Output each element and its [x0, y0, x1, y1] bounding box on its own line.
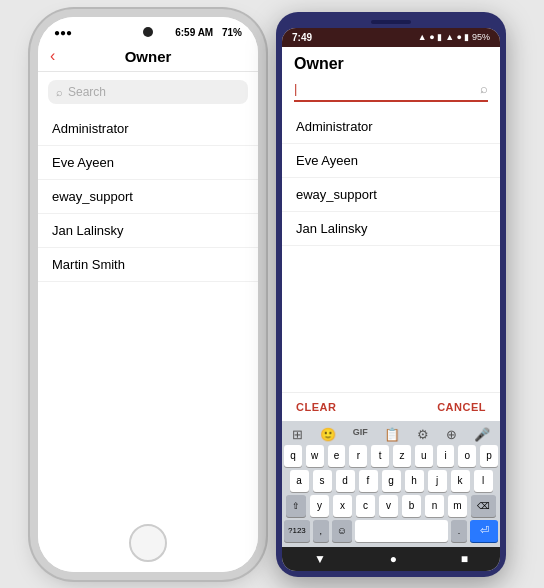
android-battery: ▲ ● ▮ 95% — [445, 32, 490, 42]
clear-button[interactable]: CLEAR — [296, 401, 336, 413]
list-item[interactable]: Administrator — [38, 112, 258, 146]
ios-phone: ●●● 6:59 AM 71% ‹ Owner ⌕ Search Adminis… — [38, 17, 258, 572]
android-keyboard: ⊞ 🙂 GIF 📋 ⚙ ⊕ 🎤 q w e r t z u i — [282, 421, 500, 547]
android-speaker — [371, 20, 411, 24]
key-w[interactable]: w — [306, 445, 324, 467]
ios-search-bar[interactable]: ⌕ Search — [48, 80, 248, 104]
kb-settings-icon[interactable]: ⚙ — [417, 427, 429, 442]
key-y[interactable]: y — [310, 495, 329, 517]
key-b[interactable]: b — [402, 495, 421, 517]
list-item[interactable]: Administrator — [282, 110, 500, 144]
key-period[interactable]: . — [451, 520, 467, 542]
ios-status-bar: ●●● 6:59 AM 71% — [38, 17, 258, 42]
android-phone: 7:49 ▲ ● ▮ ▲ ● ▮ 95% Owner ⌕ Administrat… — [276, 12, 506, 577]
kb-gif-icon[interactable]: GIF — [353, 427, 368, 442]
key-backspace[interactable]: ⌫ — [471, 495, 496, 517]
key-numeric[interactable]: ?123 — [284, 520, 310, 542]
key-p[interactable]: p — [480, 445, 498, 467]
key-l[interactable]: l — [474, 470, 493, 492]
android-search-input[interactable] — [294, 79, 480, 98]
ios-time: 6:59 AM — [175, 27, 213, 38]
ios-nav-bar: ‹ Owner — [38, 42, 258, 72]
kb-mic-icon[interactable]: 🎤 — [474, 427, 490, 442]
key-u[interactable]: u — [415, 445, 433, 467]
kb-grid-icon[interactable]: ⊞ — [292, 427, 303, 442]
key-k[interactable]: k — [451, 470, 470, 492]
keyboard-row-4: ?123 , ☺ . ⏎ — [284, 520, 498, 542]
android-search-icon: ⌕ — [480, 81, 488, 96]
key-o[interactable]: o — [458, 445, 476, 467]
ios-search-icon: ⌕ — [56, 86, 63, 98]
android-back-icon[interactable]: ▼ — [314, 552, 326, 566]
key-a[interactable]: a — [290, 470, 309, 492]
keyboard-row-3: ⇧ y x c v b n m ⌫ — [284, 495, 498, 517]
android-status-icons: ▲ ● ▮ ▲ ● ▮ 95% — [418, 32, 490, 42]
android-list: Administrator Eve Ayeen eway_support Jan… — [282, 110, 500, 251]
key-j[interactable]: j — [428, 470, 447, 492]
keyboard-row-2: a s d f g h j k l — [284, 470, 498, 492]
key-v[interactable]: v — [379, 495, 398, 517]
key-enter[interactable]: ⏎ — [470, 520, 498, 542]
key-d[interactable]: d — [336, 470, 355, 492]
list-item[interactable]: Martin Smith — [38, 248, 258, 282]
list-item[interactable]: Jan Lalinsky — [38, 214, 258, 248]
key-m[interactable]: m — [448, 495, 467, 517]
key-t[interactable]: t — [371, 445, 389, 467]
cancel-button[interactable]: CANCEL — [437, 401, 486, 413]
list-item[interactable]: Jan Lalinsky — [282, 212, 500, 246]
key-x[interactable]: x — [333, 495, 352, 517]
key-shift[interactable]: ⇧ — [286, 495, 306, 517]
key-e[interactable]: e — [328, 445, 346, 467]
ios-battery: 6:59 AM 71% — [175, 27, 242, 38]
android-header: Owner ⌕ — [282, 47, 500, 110]
ios-battery-pct: 71% — [222, 27, 242, 38]
android-status-bar: 7:49 ▲ ● ▮ ▲ ● ▮ 95% — [282, 28, 500, 47]
ios-signal: ●●● — [54, 27, 72, 38]
key-f[interactable]: f — [359, 470, 378, 492]
key-r[interactable]: r — [349, 445, 367, 467]
list-item[interactable]: eway_support — [38, 180, 258, 214]
ios-home-button[interactable] — [129, 524, 167, 562]
keyboard-toolbar: ⊞ 🙂 GIF 📋 ⚙ ⊕ 🎤 — [284, 425, 498, 445]
keyboard-row-1: q w e r t z u i o p — [284, 445, 498, 467]
android-recents-icon[interactable]: ■ — [461, 552, 468, 566]
ios-search-placeholder: Search — [68, 85, 106, 99]
key-s[interactable]: s — [313, 470, 332, 492]
key-n[interactable]: n — [425, 495, 444, 517]
android-nav-bar: ▼ ● ■ — [282, 547, 500, 571]
key-g[interactable]: g — [382, 470, 401, 492]
android-home-icon[interactable]: ● — [390, 552, 397, 566]
key-c[interactable]: c — [356, 495, 375, 517]
android-footer-buttons: CLEAR CANCEL — [282, 392, 500, 421]
android-time: 7:49 — [292, 32, 312, 43]
list-item[interactable]: Eve Ayeen — [282, 144, 500, 178]
kb-translate-icon[interactable]: ⊕ — [446, 427, 457, 442]
ios-list: Administrator Eve Ayeen eway_support Jan… — [38, 112, 258, 516]
list-item[interactable]: Eve Ayeen — [38, 146, 258, 180]
key-emoji[interactable]: ☺ — [332, 520, 352, 542]
key-space[interactable] — [355, 520, 448, 542]
kb-clipboard-icon[interactable]: 📋 — [384, 427, 400, 442]
key-h[interactable]: h — [405, 470, 424, 492]
key-comma[interactable]: , — [313, 520, 329, 542]
kb-sticker-icon[interactable]: 🙂 — [320, 427, 336, 442]
android-search-row[interactable]: ⌕ — [294, 79, 488, 102]
key-z[interactable]: z — [393, 445, 411, 467]
list-item[interactable]: eway_support — [282, 178, 500, 212]
ios-back-button[interactable]: ‹ — [50, 47, 55, 65]
ios-camera — [143, 27, 153, 37]
scene: ●●● 6:59 AM 71% ‹ Owner ⌕ Search Adminis… — [0, 0, 544, 588]
ios-nav-title: Owner — [125, 48, 172, 65]
android-header-title: Owner — [294, 55, 488, 73]
key-i[interactable]: i — [437, 445, 455, 467]
key-q[interactable]: q — [284, 445, 302, 467]
ios-home-indicator[interactable] — [38, 516, 258, 572]
android-screen: 7:49 ▲ ● ▮ ▲ ● ▮ 95% Owner ⌕ Administrat… — [282, 28, 500, 571]
